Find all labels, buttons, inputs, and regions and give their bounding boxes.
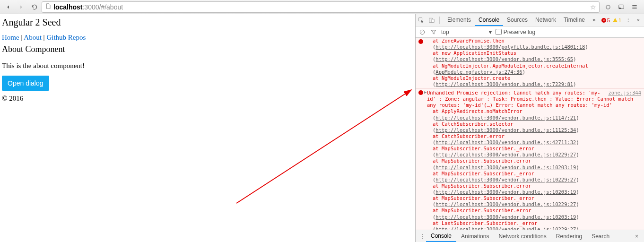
- inspect-element-icon[interactable]: [418, 17, 425, 24]
- page-content: Angular 2 Seed Home | About | Github Rep…: [0, 14, 415, 242]
- svg-rect-4: [432, 19, 434, 22]
- preserve-log-checkbox[interactable]: Preserve log: [496, 29, 535, 35]
- console-error-entry: at ZoneAwarePromise.then(http://localhos…: [416, 38, 644, 89]
- page-icon: [45, 3, 52, 11]
- drawer-tab-console[interactable]: Console: [426, 231, 456, 242]
- devtools-header: Elements Console Sources Network Timelin…: [416, 14, 644, 26]
- devtools-panel: Elements Console Sources Network Timelin…: [415, 14, 644, 242]
- forward-button[interactable]: [15, 1, 27, 13]
- nav-repos[interactable]: Github Repos: [46, 34, 86, 41]
- browser-extension-icons: [600, 1, 642, 13]
- error-count[interactable]: ×5: [601, 17, 610, 23]
- tab-console[interactable]: Console: [475, 15, 503, 26]
- tab-overflow[interactable]: »: [589, 15, 600, 26]
- url-path: /#/about: [99, 3, 123, 11]
- url-port: :3000: [82, 3, 99, 11]
- warning-count[interactable]: 1: [613, 17, 621, 23]
- device-toolbar-icon[interactable]: [428, 17, 435, 24]
- svg-point-0: [606, 5, 610, 9]
- clear-console-icon[interactable]: [418, 28, 426, 36]
- filter-icon[interactable]: [430, 28, 437, 36]
- page-heading: About Component: [2, 44, 413, 54]
- tab-elements[interactable]: Elements: [444, 15, 475, 26]
- expand-caret-icon[interactable]: ▶: [424, 90, 426, 95]
- devtools-drawer: ⋮ Console Animations Network conditions …: [416, 230, 644, 242]
- tab-network[interactable]: Network: [531, 15, 560, 26]
- nav-links: Home | About | Github Repos: [2, 34, 413, 42]
- devtools-tabs: Elements Console Sources Network Timelin…: [444, 15, 600, 26]
- devtools-close-icon[interactable]: ×: [635, 17, 642, 24]
- source-link[interactable]: zone.js:344: [608, 90, 641, 96]
- svg-rect-1: [619, 5, 624, 9]
- drawer-tab-network-conditions[interactable]: Network conditions: [494, 231, 551, 242]
- page-body: This is the about component!: [2, 62, 413, 70]
- drawer-close-icon[interactable]: ×: [632, 233, 641, 240]
- tab-sources[interactable]: Sources: [503, 15, 531, 26]
- menu-icon[interactable]: [629, 1, 640, 13]
- console-toolbar: top ▾ Preserve log: [416, 26, 644, 38]
- console-output[interactable]: at ZoneAwarePromise.then(http://localhos…: [416, 38, 644, 230]
- reload-button[interactable]: [28, 1, 41, 13]
- cast-icon[interactable]: [616, 1, 627, 13]
- nav-about[interactable]: About: [24, 34, 42, 41]
- drawer-menu-icon[interactable]: ⋮: [418, 233, 426, 240]
- tab-timeline[interactable]: Timeline: [560, 15, 589, 26]
- app-title: Angular 2 Seed: [2, 17, 413, 28]
- console-error-entry: ▶ zone.js:344 Unhandled Promise rejectio…: [416, 89, 644, 230]
- devtools-menu-icon[interactable]: ⋮: [624, 17, 632, 24]
- browser-toolbar: localhost:3000/#/about ☆: [0, 0, 644, 14]
- drawer-tab-search[interactable]: Search: [587, 231, 614, 242]
- back-button[interactable]: [2, 1, 14, 13]
- copyright: © 2016: [2, 95, 413, 103]
- open-dialog-button[interactable]: Open dialog: [2, 76, 49, 91]
- drawer-tab-animations[interactable]: Animations: [456, 231, 494, 242]
- extension-icon-1[interactable]: [602, 1, 614, 13]
- drawer-tab-rendering[interactable]: Rendering: [551, 231, 587, 242]
- url-host: localhost: [53, 3, 82, 11]
- url-bar[interactable]: localhost:3000/#/about ☆: [42, 1, 600, 13]
- context-selector[interactable]: top ▾: [441, 29, 492, 35]
- bookmark-star-icon[interactable]: ☆: [590, 3, 596, 11]
- nav-home[interactable]: Home: [2, 34, 19, 41]
